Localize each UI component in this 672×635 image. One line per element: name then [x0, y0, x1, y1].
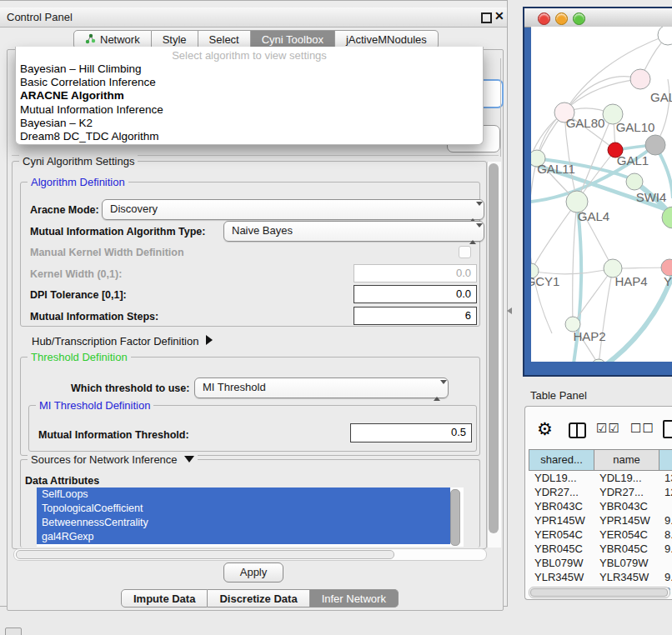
mi-steps-label: Mutual Information Steps:	[30, 311, 158, 322]
attribute-topologicalcoefficient[interactable]: TopologicalCoefficient	[37, 502, 450, 516]
gear-icon[interactable]: ⚙	[537, 420, 553, 438]
node-top-partial[interactable]	[658, 27, 672, 45]
zoom-traffic-light-icon[interactable]	[573, 12, 585, 25]
attribute-gal4rgexp[interactable]: gal4RGexp	[37, 530, 450, 544]
mi-threshold-field[interactable]: 0.5	[350, 423, 472, 442]
table-cell: 12	[664, 486, 672, 498]
collapse-down-icon[interactable]	[184, 456, 194, 462]
kernel-width-field[interactable]: 0.0	[354, 264, 477, 282]
checked-boxes-icon[interactable]: ☑☑	[596, 421, 620, 436]
unchecked-boxes-icon[interactable]: ☐☐	[630, 421, 654, 436]
table-row[interactable]: YDR27...YDR27...12	[529, 485, 672, 499]
network-icon	[85, 33, 96, 47]
table-cell: YDR27...	[599, 486, 644, 498]
tab-impute-data[interactable]: Impute Data	[121, 589, 208, 608]
table-row[interactable]: YER054CYER054C8.	[529, 528, 672, 542]
tab-label: Network	[100, 33, 140, 46]
network-canvas[interactable]: GALGAL80GAL10GAL1GAL11SWI4GAL4GCY1HAP4YH…	[531, 27, 672, 362]
table-cell: YDL19...	[599, 472, 642, 484]
minimize-traffic-light-icon[interactable]	[555, 12, 568, 25]
dropdown-item-bayesian-k2[interactable]: Bayesian – K2	[16, 117, 483, 130]
node-label-hap4: HAP4	[614, 274, 647, 288]
column-header-a[interactable]: A	[659, 449, 672, 471]
panel-splitter-arrow-icon[interactable]	[507, 308, 512, 314]
table-row[interactable]: YBL079WYBL079W	[529, 556, 672, 570]
table-row[interactable]: YDL19...YDL19...13	[529, 471, 672, 485]
apply-button[interactable]: Apply	[223, 562, 283, 582]
which-threshold-combo[interactable]: MI Threshold	[194, 378, 449, 398]
stepper-arrows-icon	[469, 203, 477, 222]
close-icon[interactable]: ✕	[494, 9, 504, 22]
table-cell: 9.	[664, 542, 672, 555]
table-cell: YBR045C	[599, 542, 648, 555]
node-label-gal10: GAL10	[616, 120, 655, 134]
data-attributes-list[interactable]: SelfLoopsTopologicalCoefficientBetweenne…	[37, 488, 464, 547]
table-cell: YLR345W	[599, 571, 649, 583]
algorithm-definition-title: Algorithm Definition	[28, 176, 128, 188]
tab-label: Select	[209, 33, 239, 46]
dropdown-item-mutual-information-inference[interactable]: Mutual Information Inference	[16, 103, 483, 117]
expand-right-icon[interactable]	[206, 335, 213, 345]
node-swi4[interactable]	[626, 173, 643, 190]
dropdown-item-dream8-dc-tdc-algorithm[interactable]: Dream8 DC_TDC Algorithm	[16, 130, 483, 143]
manual-kernel-width-checkbox[interactable]	[459, 246, 471, 258]
dropdown-item-aracne-algorithm[interactable]: ARACNE Algorithm	[16, 89, 483, 102]
split-columns-icon[interactable]	[569, 422, 586, 438]
column-header-shared[interactable]: shared...	[529, 449, 594, 471]
bottom-tabbar: Impute DataDiscretize DataInfer Network	[121, 589, 399, 608]
attribute-selfloops[interactable]: SelfLoops	[37, 488, 450, 502]
node-label-gal1: GAL1	[617, 153, 649, 168]
settings-hscrollbar-thumb[interactable]	[16, 550, 394, 559]
settings-scrollbar-thumb[interactable]	[489, 163, 499, 533]
table-row[interactable]: YPR145WYPR145W9.	[529, 513, 672, 528]
attribute-list-scrollbar[interactable]	[450, 489, 460, 546]
mi-threshold-label: Mutual Information Threshold:	[38, 429, 189, 441]
node-label-y: Y	[664, 274, 672, 288]
sources-title: Sources for Network Inference	[28, 453, 198, 466]
node-bottom-partial[interactable]	[591, 359, 606, 362]
table-row[interactable]: YBR045CYBR045C9.	[529, 542, 672, 556]
tab-infer-network[interactable]: Infer Network	[310, 589, 399, 608]
aracne-mode-value: Discovery	[110, 202, 158, 215]
bottom-left-panel-icon[interactable]	[5, 628, 22, 635]
node-salmon[interactable]	[661, 259, 672, 276]
document-icon[interactable]	[663, 420, 672, 438]
dpi-tolerance-label: DPI Tolerance [0,1]:	[30, 289, 127, 301]
mi-steps-field[interactable]: 6	[354, 307, 477, 325]
table-cell: YDL19...	[534, 472, 577, 484]
manual-kernel-width-label: Manual Kernel Width Definition	[30, 247, 184, 258]
cyni-algorithm-settings-title: Cyni Algorithm Settings	[19, 155, 138, 168]
tab-label: jActiveMNodules	[346, 33, 427, 46]
node-gray[interactable]	[645, 135, 665, 155]
table-row[interactable]: YBR043CYBR043C	[529, 499, 672, 513]
attribute-betweennesscentrality[interactable]: BetweennessCentrality	[37, 516, 450, 530]
mi-algorithm-type-combo[interactable]: Naive Bayes	[223, 221, 484, 242]
threshold-definition-title: Threshold Definition	[28, 351, 131, 363]
node-gal7[interactable]	[630, 69, 650, 89]
hub-factor-label: Hub/Transcription Factor Definition	[32, 335, 198, 348]
kernel-width-label: Kernel Width (0,1):	[30, 268, 122, 280]
table-cell: YDR27...	[534, 486, 579, 498]
dropdown-item-bayesian-hill-climbing[interactable]: Bayesian – Hill Climbing	[16, 62, 483, 76]
column-header-name[interactable]: name	[594, 449, 659, 471]
float-window-icon[interactable]	[481, 12, 492, 23]
stepper-arrows-icon	[469, 225, 477, 243]
node-label-gcy1: GCY1	[531, 274, 559, 288]
algorithm-dropdown-popup: Select algorithm to view settings Bayesi…	[15, 47, 484, 145]
dpi-tolerance-field[interactable]: 0.0	[354, 285, 477, 303]
screen: Control Panel ✕ NetworkStyleSelectCyni T…	[0, 0, 672, 635]
table-hscrollbar-thumb[interactable]	[530, 588, 668, 597]
network-graph: GALGAL80GAL10GAL1GAL11SWI4GAL4GCY1HAP4YH…	[531, 27, 672, 362]
table-cell: YBR043C	[534, 500, 583, 512]
node-label-hap2: HAP2	[573, 329, 605, 343]
hub-factor-section[interactable]: Hub/Transcription Factor Definition	[32, 333, 213, 348]
aracne-mode-label: Aracne Mode:	[30, 204, 99, 216]
tab-discretize-data[interactable]: Discretize Data	[208, 589, 309, 608]
table-cell: 8.	[664, 528, 672, 541]
table-row[interactable]: YLR345WYLR345W9.	[529, 570, 672, 584]
close-traffic-light-icon[interactable]	[538, 12, 550, 25]
table-cell: YLR345W	[534, 571, 584, 583]
aracne-mode-combo[interactable]: Discovery	[102, 199, 484, 220]
tab-label: Style	[163, 33, 187, 46]
dropdown-item-basic-correlation-inference[interactable]: Basic Correlation Inference	[16, 76, 483, 89]
